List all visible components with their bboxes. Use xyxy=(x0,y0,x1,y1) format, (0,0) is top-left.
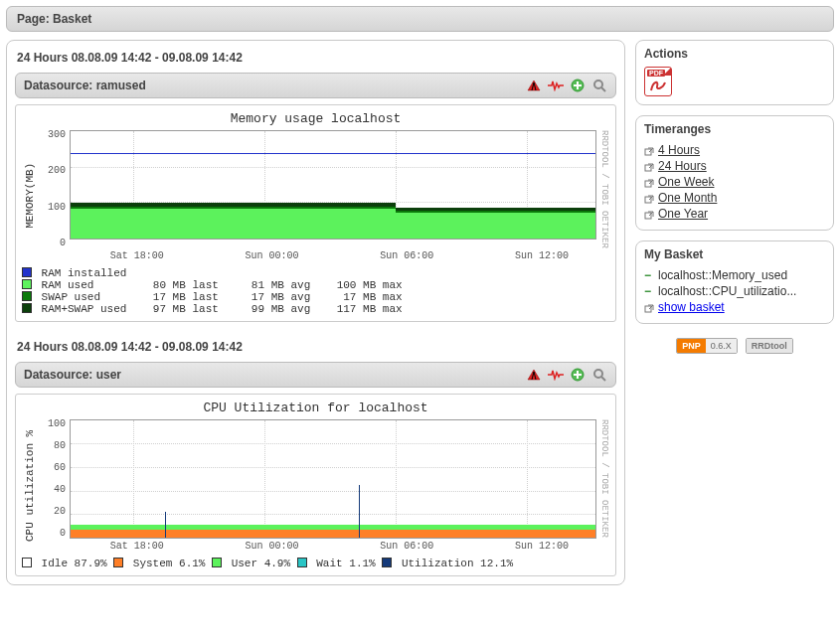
timerange-item[interactable]: 24 Hours xyxy=(644,158,825,174)
svg-rect-8 xyxy=(645,181,651,187)
datasource-header-1: Datasource: ramused xyxy=(15,73,616,98)
external-link-icon xyxy=(644,145,654,155)
timerange-item[interactable]: One Year xyxy=(644,206,825,222)
timeranges-panel: Timeranges 4 Hours24 HoursOne WeekOne Mo… xyxy=(635,115,834,231)
xaxis-1: Sat 18:00 Sun 00:00 Sun 06:00 Sun 12:00 xyxy=(70,250,609,261)
watermark-1: RRDTOOL / TOBI OETIKER xyxy=(596,130,609,248)
external-link-icon xyxy=(644,302,654,312)
basket-item-label: localhost::Memory_used xyxy=(658,268,787,282)
external-link-icon xyxy=(644,161,654,171)
yaxis-2: 100 80 60 40 20 0 xyxy=(38,419,70,539)
timerange-link[interactable]: One Week xyxy=(658,175,714,189)
svg-rect-9 xyxy=(645,197,651,203)
legend-2: Idle 87.9% System 6.1% User 4.9% Wait 1.… xyxy=(22,558,609,569)
graph-title-1: Memory usage localhost xyxy=(22,111,609,126)
svg-point-4 xyxy=(594,370,602,378)
svg-rect-10 xyxy=(645,213,651,219)
graph-cpu: CPU Utilization for localhost CPU utiliz… xyxy=(15,394,616,576)
show-basket-link[interactable]: show basket xyxy=(658,300,725,314)
pnp-badge[interactable]: PNP0.6.X xyxy=(676,338,738,354)
waveform-icon[interactable] xyxy=(548,78,564,93)
timerange-link[interactable]: One Month xyxy=(658,191,717,205)
zoom-icon[interactable] xyxy=(591,78,607,93)
alert-icon[interactable] xyxy=(526,367,542,383)
timerange-item[interactable]: One Week xyxy=(644,174,825,190)
time-range-title-2: 24 Hours 08.08.09 14:42 - 09.08.09 14:42 xyxy=(15,336,616,362)
page-header: Page: Basket xyxy=(6,6,834,32)
basket-item[interactable]: −localhost::Memory_used xyxy=(644,267,825,283)
external-link-icon xyxy=(644,209,654,219)
timerange-item[interactable]: One Month xyxy=(644,190,825,206)
plot-area-2[interactable] xyxy=(70,419,596,539)
rrdtool-badge[interactable]: RRDtool xyxy=(746,338,793,354)
remove-icon[interactable]: − xyxy=(644,268,654,282)
add-icon[interactable] xyxy=(570,78,586,93)
actions-title: Actions xyxy=(644,47,825,61)
actions-panel: Actions PDF xyxy=(635,40,834,105)
graph-ylabel-1: MEMORY(MB) xyxy=(22,130,38,261)
graph-title-2: CPU Utilization for localhost xyxy=(22,401,609,415)
remove-icon[interactable]: − xyxy=(644,284,654,298)
footer-badges: PNP0.6.X RRDtool xyxy=(635,334,834,358)
yaxis-1: 300 200 100 0 xyxy=(38,130,70,248)
svg-rect-11 xyxy=(645,306,651,312)
basket-title: My Basket xyxy=(644,247,825,261)
timerange-link[interactable]: 4 Hours xyxy=(658,143,700,157)
main-panel: 24 Hours 08.08.09 14:42 - 09.08.09 14:42… xyxy=(6,40,625,585)
svg-line-2 xyxy=(601,87,605,91)
svg-rect-6 xyxy=(645,149,651,155)
basket-item[interactable]: −localhost::CPU_utilizatio... xyxy=(644,283,825,299)
plot-area-1[interactable] xyxy=(70,130,596,240)
svg-line-5 xyxy=(601,377,605,381)
external-link-icon xyxy=(644,177,654,187)
svg-point-1 xyxy=(594,80,602,88)
xaxis-2: Sat 18:00 Sun 00:00 Sun 06:00 Sun 12:00 xyxy=(70,541,609,552)
external-link-icon xyxy=(644,193,654,203)
timerange-link[interactable]: One Year xyxy=(658,207,708,221)
basket-item-label: localhost::CPU_utilizatio... xyxy=(658,284,796,298)
svg-rect-7 xyxy=(645,165,651,171)
graph-ylabel-2: CPU utilization % xyxy=(22,419,38,552)
datasource-label-2: Datasource: user xyxy=(24,368,121,382)
timerange-link[interactable]: 24 Hours xyxy=(658,159,707,173)
watermark-2: RRDTOOL / TOBI OETIKER xyxy=(596,419,609,539)
datasource-label-1: Datasource: ramused xyxy=(24,79,146,92)
basket-panel: My Basket −localhost::Memory_used−localh… xyxy=(635,240,834,324)
alert-icon[interactable] xyxy=(526,78,542,93)
zoom-icon[interactable] xyxy=(591,367,607,383)
time-range-title-1: 24 Hours 08.08.09 14:42 - 09.08.09 14:42 xyxy=(15,47,616,73)
timerange-item[interactable]: 4 Hours xyxy=(644,142,825,158)
timeranges-title: Timeranges xyxy=(644,122,825,136)
add-icon[interactable] xyxy=(570,367,586,383)
pdf-export-button[interactable]: PDF xyxy=(644,67,672,96)
graph-memory: Memory usage localhost MEMORY(MB) 300 20… xyxy=(15,104,616,322)
legend-1: RAM installed RAM used 80 MB last 81 MB … xyxy=(22,267,609,315)
datasource-header-2: Datasource: user xyxy=(15,362,616,388)
waveform-icon[interactable] xyxy=(548,367,564,383)
